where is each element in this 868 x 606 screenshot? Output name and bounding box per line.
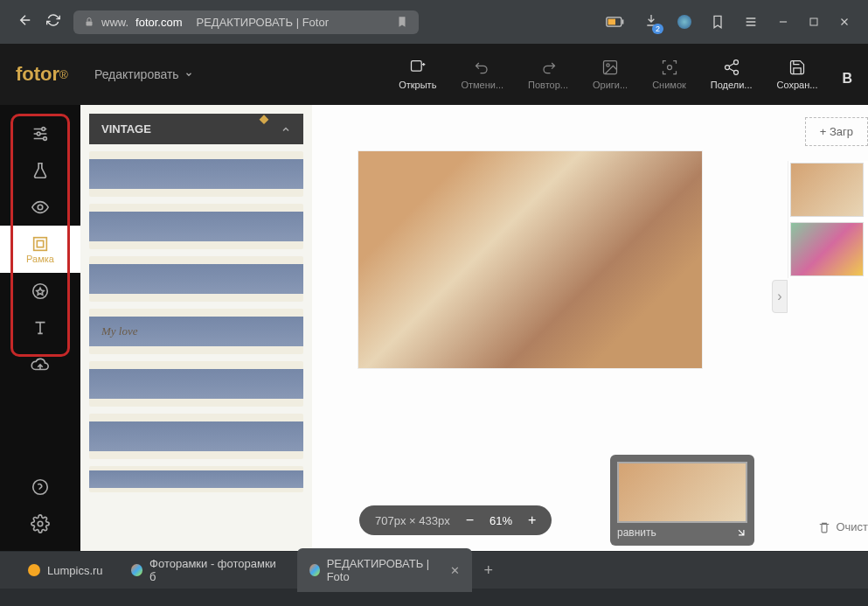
favicon-icon <box>309 564 320 576</box>
focus-icon <box>661 59 678 76</box>
svg-point-10 <box>725 66 729 70</box>
navigator-thumbnail[interactable] <box>617 462 747 523</box>
reload-button[interactable] <box>46 13 60 31</box>
upload-button[interactable]: + Загр <box>805 117 868 146</box>
zoom-in-button[interactable]: + <box>528 512 536 528</box>
page-title: РЕДАКТИРОВАТЬ | Fotor <box>197 16 329 29</box>
canvas-dimensions: 707px × 433px <box>375 514 450 527</box>
text-icon <box>31 318 50 338</box>
gear-icon <box>31 514 50 533</box>
frame-preset[interactable] <box>89 151 303 197</box>
image-icon <box>601 59 619 76</box>
star-circle-icon <box>31 282 50 301</box>
text-nav[interactable] <box>0 310 80 346</box>
image-plus-icon <box>409 59 427 76</box>
frame-nav[interactable]: Рамка <box>0 226 80 273</box>
app-toolbar: fotor® Редактировать Открыть Отмени... П… <box>0 44 868 105</box>
undo-icon <box>474 59 491 76</box>
tab-label: Фоторамки - фоторамки б <box>149 557 281 583</box>
url-host: fotor.com <box>135 16 182 29</box>
frame-preset[interactable] <box>89 414 303 459</box>
panel-header-label: VINTAGE <box>101 122 151 136</box>
svg-rect-0 <box>87 22 93 26</box>
save-icon <box>788 59 806 76</box>
chevron-up-icon <box>281 124 291 135</box>
frame-preset[interactable]: My love <box>89 309 303 354</box>
snapshot-button[interactable]: Снимок <box>652 59 686 90</box>
close-icon[interactable] <box>838 16 851 28</box>
save-button[interactable]: Сохран... <box>777 59 818 90</box>
side-navigation: Рамка <box>0 105 80 551</box>
svg-point-14 <box>44 137 47 141</box>
browser-titlebar: www.fotor.com РЕДАКТИРОВАТЬ | Fotor <box>0 0 868 44</box>
effect-nav[interactable] <box>0 152 80 189</box>
frame-preset[interactable] <box>89 204 303 249</box>
tab-close-icon[interactable]: ✕ <box>450 564 460 577</box>
minimize-icon[interactable] <box>777 16 789 28</box>
redo-button[interactable]: Повтор... <box>528 59 568 90</box>
svg-point-15 <box>38 205 43 210</box>
chevron-down-icon <box>184 70 193 79</box>
favicon-icon <box>131 564 143 576</box>
frame-label: My love <box>101 324 138 338</box>
frames-panel: VINTAGE ◆ My love <box>80 105 312 551</box>
help-nav[interactable] <box>0 469 80 505</box>
undo-button[interactable]: Отмени... <box>461 59 503 90</box>
adjust-nav[interactable] <box>0 115 80 152</box>
frame-preset[interactable] <box>89 256 303 302</box>
svg-point-12 <box>42 128 45 131</box>
bookmarks-icon[interactable] <box>711 15 725 29</box>
settings-nav[interactable] <box>0 505 80 542</box>
frame-nav-label: Рамка <box>26 254 54 264</box>
thumbnail[interactable] <box>790 163 864 217</box>
svg-rect-5 <box>411 61 421 72</box>
navigator-panel[interactable]: равнить <box>610 455 754 546</box>
cloud-nav[interactable] <box>0 346 80 383</box>
canvas-image[interactable] <box>358 150 703 369</box>
redo-icon <box>539 59 557 76</box>
beauty-nav[interactable] <box>0 189 80 226</box>
url-bar[interactable]: www.fotor.com РЕДАКТИРОВАТЬ | Fotor <box>73 10 419 34</box>
maximize-icon[interactable] <box>809 17 819 27</box>
svg-rect-16 <box>34 238 47 251</box>
share-button[interactable]: Подели... <box>711 59 753 90</box>
svg-point-18 <box>33 284 48 299</box>
more-button[interactable]: B <box>842 59 852 90</box>
frame-preset[interactable] <box>89 361 303 407</box>
edit-dropdown[interactable]: Редактировать <box>94 67 193 81</box>
extension-icon[interactable] <box>677 15 691 29</box>
thumbnail[interactable] <box>790 222 864 276</box>
trash-icon <box>818 521 830 533</box>
flask-icon <box>31 161 50 180</box>
help-icon <box>31 477 50 497</box>
menu-icon[interactable] <box>744 15 758 29</box>
sticker-nav[interactable] <box>0 273 80 310</box>
original-button[interactable]: Ориги... <box>593 59 628 90</box>
bookmark-icon[interactable] <box>396 16 408 28</box>
titlebar-actions <box>606 13 851 31</box>
favicon-icon <box>28 564 40 576</box>
premium-badge-icon: ◆ <box>260 112 268 125</box>
svg-point-20 <box>38 521 43 526</box>
browser-tab[interactable]: Фоторамки - фоторамки б <box>119 548 294 592</box>
back-button[interactable] <box>17 12 33 31</box>
browser-tab[interactable]: РЕДАКТИРОВАТЬ | Foto✕ <box>297 548 472 592</box>
browser-tabbar: Lumpics.ru Фоторамки - фоторамки б РЕДАК… <box>0 552 868 589</box>
svg-rect-4 <box>810 18 817 25</box>
lock-icon <box>84 17 94 27</box>
zoom-bar: 707px × 433px − 61% + <box>359 505 552 535</box>
eye-icon <box>31 198 50 217</box>
svg-rect-3 <box>622 19 624 24</box>
browser-tab[interactable]: Lumpics.ru <box>16 555 115 586</box>
new-tab-button[interactable]: + <box>476 561 503 580</box>
frame-preset[interactable] <box>89 466 303 492</box>
zoom-out-button[interactable]: − <box>466 512 474 528</box>
expand-thumbnails[interactable]: › <box>772 280 788 313</box>
collapse-icon[interactable] <box>735 526 747 539</box>
clear-button[interactable]: Очист <box>818 520 868 533</box>
panel-header[interactable]: VINTAGE ◆ <box>89 114 303 144</box>
svg-point-13 <box>37 132 40 136</box>
thumbnail-strip <box>788 161 868 278</box>
open-button[interactable]: Открыть <box>399 59 436 90</box>
downloads-button[interactable] <box>644 13 658 31</box>
